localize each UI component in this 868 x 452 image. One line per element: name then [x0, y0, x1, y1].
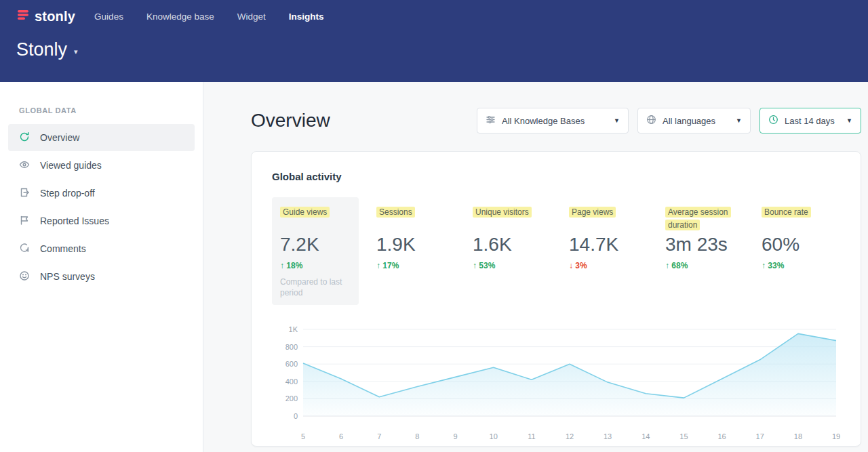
svg-text:6: 6 — [339, 432, 343, 440]
metric-label: Bounce rate — [762, 207, 811, 218]
nav-item-guides[interactable]: Guides — [94, 12, 123, 22]
nav-item-insights[interactable]: Insights — [289, 12, 324, 22]
nav-item-knowledge-base[interactable]: Knowledge base — [146, 12, 214, 22]
stonly-logo-icon — [16, 8, 30, 24]
svg-text:15: 15 — [679, 432, 688, 440]
metric-change: ↑ 18% — [280, 261, 351, 270]
language-filter-value: All languages — [663, 116, 715, 126]
arrow-up-icon: ↑ — [665, 261, 669, 270]
language-filter[interactable]: All languages ▼ — [637, 108, 751, 133]
metric-compare-note: Compared to last period — [280, 276, 351, 298]
sidebar-item-label: Step drop-off — [40, 188, 95, 199]
svg-text:17: 17 — [756, 432, 764, 440]
page-title: Overview — [251, 110, 330, 131]
metric-unique-visitors[interactable]: Unique visitors 1.6K ↑ 53% — [465, 197, 551, 305]
metric-bounce-rate[interactable]: Bounce rate 60% ↑ 33% — [753, 197, 840, 305]
workspace-selector[interactable]: Stonly ▾ — [0, 26, 868, 60]
svg-text:9: 9 — [454, 432, 458, 440]
metrics-row: Guide views 7.2K ↑ 18% Compared to last … — [272, 197, 840, 305]
chevron-down-icon: ▼ — [736, 117, 742, 124]
arrow-down-icon: ↓ — [569, 261, 573, 270]
page-exit-icon — [19, 187, 30, 200]
knowledge-base-filter-value: All Knowledge Bases — [502, 116, 585, 126]
svg-text:13: 13 — [604, 432, 612, 440]
metric-change: ↑ 68% — [665, 261, 736, 270]
metric-change: ↑ 53% — [473, 261, 543, 270]
metric-sessions[interactable]: Sessions 1.9K ↑ 17% — [368, 197, 455, 305]
sidebar-item-comments[interactable]: Comments — [8, 235, 195, 262]
svg-text:800: 800 — [285, 343, 298, 351]
sidebar-item-viewed-guides[interactable]: Viewed guides — [8, 152, 195, 179]
sidebar-section-title: GLOBAL DATA — [19, 106, 203, 115]
logo-text: stonly — [35, 9, 75, 24]
chevron-down-icon: ▼ — [614, 117, 620, 124]
svg-text:1K: 1K — [289, 325, 298, 333]
workspace-title: Stonly — [16, 39, 67, 60]
arrow-up-icon: ↑ — [762, 261, 766, 270]
svg-text:10: 10 — [490, 432, 498, 440]
metric-value: 3m 23s — [665, 234, 736, 255]
svg-text:8: 8 — [415, 432, 419, 440]
metric-value: 7.2K — [280, 234, 351, 255]
main-content: Overview All Knowledge Bases ▼ — [204, 82, 868, 452]
svg-text:19: 19 — [832, 432, 840, 440]
metric-label: Average session duration — [665, 207, 731, 230]
svg-text:11: 11 — [528, 432, 535, 440]
flag-icon — [19, 215, 30, 228]
svg-text:5: 5 — [301, 432, 305, 440]
comment-icon — [19, 243, 30, 255]
sidebar-item-label: Overview — [40, 132, 79, 143]
svg-text:12: 12 — [566, 432, 574, 440]
activity-chart: 1K80060040020005678910111213141516171819 — [272, 323, 840, 449]
arrow-up-icon: ↑ — [473, 261, 477, 270]
metric-value: 60% — [762, 234, 832, 255]
eye-icon — [19, 159, 30, 172]
sidebar-item-nps-surveys[interactable]: NPS surveys — [8, 263, 195, 290]
metric-label: Guide views — [280, 207, 330, 218]
smiley-icon — [19, 270, 30, 283]
chevron-down-icon: ▼ — [846, 117, 852, 124]
date-range-filter[interactable]: Last 14 days ▼ — [760, 108, 861, 133]
nav-items: Guides Knowledge base Widget Insights — [94, 12, 323, 22]
arrow-up-icon: ↑ — [376, 261, 380, 270]
metric-page-views[interactable]: Page views 14.7K ↓ 3% — [561, 197, 648, 305]
sidebar-item-label: Reported Issues — [40, 215, 109, 226]
activity-icon — [19, 131, 30, 144]
svg-text:600: 600 — [285, 360, 298, 368]
arrow-up-icon: ↑ — [280, 261, 284, 270]
metric-guide-views[interactable]: Guide views 7.2K ↑ 18% Compared to last … — [272, 197, 359, 305]
date-range-filter-value: Last 14 days — [785, 116, 835, 126]
metric-change: ↑ 33% — [762, 261, 832, 270]
svg-text:400: 400 — [285, 377, 298, 386]
top-navigation: stonly Guides Knowledge base Widget Insi… — [0, 0, 868, 26]
metric-change: ↑ 17% — [376, 261, 447, 270]
metric-value: 1.9K — [376, 234, 447, 255]
metric-label: Page views — [569, 207, 616, 218]
sliders-icon — [486, 115, 496, 127]
metric-value: 1.6K — [473, 234, 543, 255]
svg-text:14: 14 — [642, 432, 650, 440]
svg-text:18: 18 — [794, 432, 802, 440]
metric-avg-session-duration[interactable]: Average session duration 3m 23s ↑ 68% — [657, 197, 744, 305]
chevron-down-icon: ▾ — [74, 47, 78, 56]
sidebar-item-reported-issues[interactable]: Reported Issues — [8, 207, 195, 234]
app-header: stonly Guides Knowledge base Widget Insi… — [0, 0, 868, 82]
sidebar-item-step-drop-off[interactable]: Step drop-off — [8, 180, 195, 207]
nav-item-widget[interactable]: Widget — [237, 12, 266, 22]
metric-value: 14.7K — [569, 234, 639, 255]
clock-icon — [768, 115, 778, 127]
stonly-logo[interactable]: stonly — [16, 8, 75, 24]
metric-change: ↓ 3% — [569, 261, 639, 270]
global-activity-card: Global activity Guide views 7.2K ↑ 18% C… — [251, 151, 861, 447]
sidebar-item-overview[interactable]: Overview — [8, 124, 195, 151]
sidebar-item-label: Viewed guides — [40, 160, 102, 171]
svg-text:0: 0 — [294, 412, 298, 420]
sidebar: GLOBAL DATA Overview Viewed guides Step … — [0, 82, 203, 452]
knowledge-base-filter[interactable]: All Knowledge Bases ▼ — [477, 108, 629, 133]
metric-label: Sessions — [376, 207, 415, 218]
svg-text:200: 200 — [285, 394, 298, 403]
svg-text:7: 7 — [377, 432, 381, 440]
svg-text:16: 16 — [717, 432, 726, 440]
area-chart: 1K80060040020005678910111213141516171819 — [272, 323, 842, 449]
sidebar-item-label: NPS surveys — [40, 271, 95, 282]
